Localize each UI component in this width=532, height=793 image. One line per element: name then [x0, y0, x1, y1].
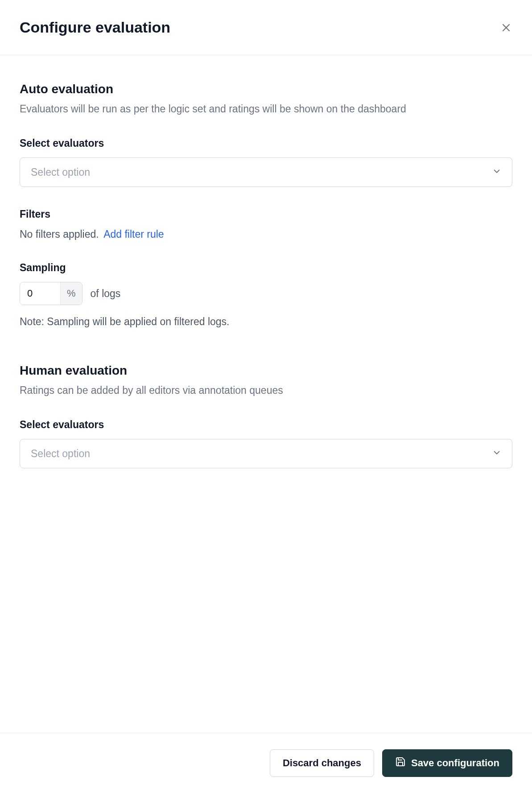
human-evaluators-select-wrap: Select option [20, 439, 512, 468]
human-evaluation-section: Human evaluation Ratings can be added by… [20, 363, 512, 468]
dialog-content: Auto evaluation Evaluators will be run a… [0, 55, 532, 733]
filters-empty-text: No filters applied. [20, 228, 99, 240]
save-icon [395, 756, 406, 770]
human-section-desc: Ratings can be added by all editors via … [20, 383, 512, 397]
sampling-suffix: % [60, 282, 82, 305]
add-filter-rule-link[interactable]: Add filter rule [103, 228, 164, 240]
filters-label: Filters [20, 208, 512, 220]
human-section-title: Human evaluation [20, 363, 512, 378]
sampling-input-wrap: % [20, 282, 82, 305]
auto-evaluators-select[interactable]: Select option [20, 157, 512, 187]
close-button[interactable] [500, 21, 512, 34]
dialog-title: Configure evaluation [20, 19, 170, 36]
auto-section-title: Auto evaluation [20, 82, 512, 96]
discard-button[interactable]: Discard changes [270, 749, 374, 777]
auto-evaluators-select-wrap: Select option [20, 157, 512, 187]
filters-block: No filters applied. Add filter rule [20, 228, 512, 240]
auto-evaluation-section: Auto evaluation Evaluators will be run a… [20, 82, 512, 328]
close-icon [501, 22, 511, 33]
save-label: Save configuration [411, 757, 499, 769]
auto-select-placeholder: Select option [31, 166, 90, 178]
human-select-placeholder: Select option [31, 448, 90, 460]
auto-select-label: Select evaluators [20, 137, 512, 149]
sampling-input[interactable] [20, 282, 60, 305]
auto-section-desc: Evaluators will be run as per the logic … [20, 102, 512, 116]
sampling-of-logs: of logs [91, 288, 121, 300]
human-select-label: Select evaluators [20, 419, 512, 431]
save-button[interactable]: Save configuration [382, 749, 512, 777]
human-evaluators-select[interactable]: Select option [20, 439, 512, 468]
sampling-note: Note: Sampling will be applied on filter… [20, 316, 512, 328]
dialog-header: Configure evaluation [0, 0, 532, 55]
sampling-label: Sampling [20, 262, 512, 274]
discard-label: Discard changes [283, 757, 361, 769]
dialog-footer: Discard changes Save configuration [0, 733, 532, 793]
sampling-row: % of logs [20, 282, 512, 305]
